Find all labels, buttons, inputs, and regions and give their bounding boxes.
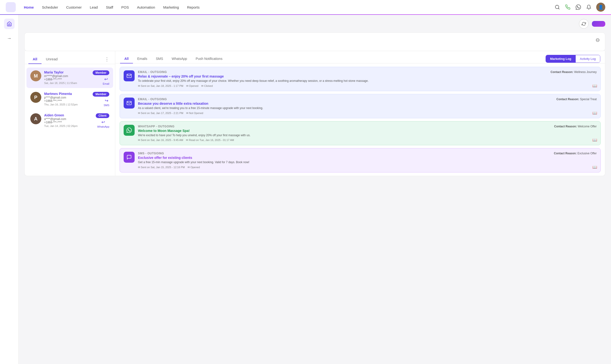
activity-type: EMAIL - OUTGOING [138, 98, 167, 101]
contact-info: Martmes Pimenta p****@gmail.com +1868-**… [44, 92, 90, 106]
contact-right: Member ↪ SMS [93, 92, 109, 107]
activity-type: SMS - OUTGOING [138, 152, 164, 155]
search-filter-title: ⊖ [30, 37, 600, 43]
activity-desc: Get a free 15-min massage upgrade with y… [138, 160, 597, 164]
activity-icon-box [124, 70, 135, 81]
activity-meta-item: ✉ Sent on Sat, Jan 18, 2025 - 1:17 PM [138, 84, 183, 88]
activity-meta: ✉ Sent on Sat, Jan 15, 2025 - 12:16 PM✉ … [138, 166, 597, 169]
right-tab-whatsapp[interactable]: WhatsApp [167, 54, 191, 64]
nav-link-customer[interactable]: Customer [63, 3, 85, 11]
activity-meta-item: ✉ Clicked [201, 84, 213, 88]
left-tab-unread[interactable]: Unread [41, 55, 62, 64]
nav-link-reports[interactable]: Reports [184, 3, 203, 11]
contact-action[interactable]: ↩ Email [103, 77, 109, 85]
nav-link-pos[interactable]: POS [118, 3, 132, 11]
contact-date: Sat, Jan 18, 2025 | 11:55am [44, 82, 90, 84]
log-toggle-activity[interactable]: Activity Log [576, 55, 600, 63]
activity-item[interactable]: EMAIL - OUTGOING Contact Reason: Wellnes… [120, 67, 601, 91]
contact-avatar: A [30, 113, 41, 124]
activity-top-row: SMS - OUTGOING Contact Reason: Exclusive… [138, 152, 597, 155]
activity-item[interactable]: SMS - OUTGOING Contact Reason: Exclusive… [120, 148, 601, 172]
activity-title: Relax & rejuvenate – enjoy 20% off your … [138, 74, 597, 78]
contact-info: Aiden Green a****@gmail.com +1868-***-**… [44, 113, 93, 127]
collapse-button[interactable]: ⊖ [596, 37, 600, 43]
refresh-button[interactable] [579, 19, 589, 29]
contact-phone: +1868-***-**** [44, 121, 93, 124]
activity-contact-reason: Contact Reason: Welcome Offer [554, 125, 597, 128]
contact-info: Maria Taylor m*****@gmail.com +1868-***-… [44, 70, 90, 84]
activity-meta-item: ✉ Not Opened [186, 112, 203, 115]
nav-actions: 👤 [554, 3, 605, 12]
activity-meta-item: ✉ Sent on Sat, Jan 15, 2025 - 12:16 PM [138, 166, 185, 169]
sidebar: → [0, 15, 19, 364]
contact-item[interactable]: P Martmes Pimenta p****@gmail.com +1868-… [27, 89, 113, 109]
bookmark-icon[interactable]: 📖 [592, 83, 597, 88]
contact-name: Martmes Pimenta [44, 92, 90, 96]
activity-meta-item: ✉ Opened [186, 84, 198, 88]
nav-links: HomeSchedulerCustomerLeadStaffPOSAutomat… [21, 3, 554, 11]
contact-badge: Client [96, 113, 109, 118]
bookmark-icon[interactable]: 📖 [592, 138, 597, 142]
bookmark-icon[interactable]: 📖 [592, 111, 597, 115]
action-label: SMS [104, 104, 109, 107]
activity-item[interactable]: WHATSAPP - OUTGOING Contact Reason: Welc… [120, 121, 601, 145]
svg-line-1 [558, 8, 559, 9]
contact-badge: Member [93, 92, 109, 97]
sidebar-icon-home[interactable] [4, 19, 14, 29]
contact-action[interactable]: ↩ WhatsApp [97, 119, 109, 128]
activity-meta: ✉ Sent on Sat, Jan 16, 2025 - 9:45 AM✉ R… [138, 139, 597, 142]
top-navigation: HomeSchedulerCustomerLeadStaffPOSAutomat… [0, 0, 611, 15]
activity-content: SMS - OUTGOING Contact Reason: Exclusive… [138, 152, 597, 169]
right-tab-emails[interactable]: Emails [133, 54, 152, 64]
nav-link-automation[interactable]: Automation [134, 3, 159, 11]
whatsapp-icon[interactable] [575, 4, 581, 10]
phone-icon[interactable] [565, 4, 571, 10]
right-tabs: AllEmailsSMSWhatsAppPush NotificationsMa… [115, 51, 605, 64]
action-label: WhatsApp [97, 125, 109, 128]
nav-link-lead[interactable]: Lead [86, 3, 101, 11]
nav-link-staff[interactable]: Staff [103, 3, 117, 11]
two-panel: AllUnread⋮ M Maria Taylor m*****@gmail.c… [24, 51, 605, 176]
activity-content: WHATSAPP - OUTGOING Contact Reason: Welc… [138, 125, 597, 142]
search-icon[interactable] [554, 4, 560, 10]
contact-right: Member ↩ Email [93, 70, 109, 85]
right-tab-sms[interactable]: SMS [152, 54, 167, 64]
action-label: Email [103, 82, 109, 85]
activity-icon-box [124, 98, 135, 108]
left-tab-more-button[interactable]: ⋮ [103, 54, 111, 64]
contact-action[interactable]: ↪ SMS [104, 98, 109, 107]
left-tab-all[interactable]: All [28, 55, 41, 64]
nav-link-home[interactable]: Home [21, 3, 37, 11]
sidebar-collapse-arrow[interactable]: → [4, 33, 14, 43]
add-activity-button[interactable] [592, 21, 605, 27]
activity-meta-item: ✉ Read on Tue, Jan 16, 2025 - 01:17 AM [186, 139, 234, 142]
contact-right: Client ↩ WhatsApp [96, 113, 109, 128]
activity-type: EMAIL - OUTGOING [138, 70, 167, 74]
search-filter-section: ⊖ [24, 32, 605, 51]
activity-top-row: WHATSAPP - OUTGOING Contact Reason: Welc… [138, 125, 597, 128]
app-logo[interactable] [6, 2, 16, 12]
right-tab-all[interactable]: All [120, 54, 133, 64]
contact-list: M Maria Taylor m*****@gmail.com +1868-**… [25, 64, 115, 134]
bookmark-icon[interactable]: 📖 [592, 165, 597, 169]
contact-name: Maria Taylor [44, 70, 90, 74]
nav-link-scheduler[interactable]: Scheduler [39, 3, 62, 11]
main-content: ⊖ AllUnread⋮ M Maria Taylor m*****@gmail… [19, 15, 611, 364]
contact-reason-label: Contact Reason: [556, 98, 579, 101]
nav-link-marketing[interactable]: Marketing [160, 3, 182, 11]
contact-item[interactable]: M Maria Taylor m*****@gmail.com +1868-**… [27, 67, 113, 88]
contact-email: m*****@gmail.com [44, 74, 90, 78]
activity-meta: ✉ Sent on Sat, Jan 17, 2025 - 2:21 PM✉ N… [138, 112, 597, 115]
notification-icon[interactable] [586, 4, 592, 10]
contact-item[interactable]: A Aiden Green a****@gmail.com +1868-***-… [27, 110, 113, 131]
contact-avatar: M [30, 70, 41, 81]
user-avatar[interactable]: 👤 [596, 3, 605, 12]
action-icon: ↩ [101, 119, 105, 125]
log-toggle-marketing[interactable]: Marketing Log [546, 55, 576, 63]
main-layout: → ⊖ AllUnread⋮ [0, 15, 611, 364]
right-tab-push[interactable]: Push Notifications [191, 54, 227, 64]
action-icon: ↪ [105, 98, 108, 103]
activity-icon-box [124, 125, 135, 136]
contact-badge: Member [93, 70, 109, 75]
activity-item[interactable]: EMAIL - OUTGOING Contact Reason: Special… [120, 94, 601, 118]
